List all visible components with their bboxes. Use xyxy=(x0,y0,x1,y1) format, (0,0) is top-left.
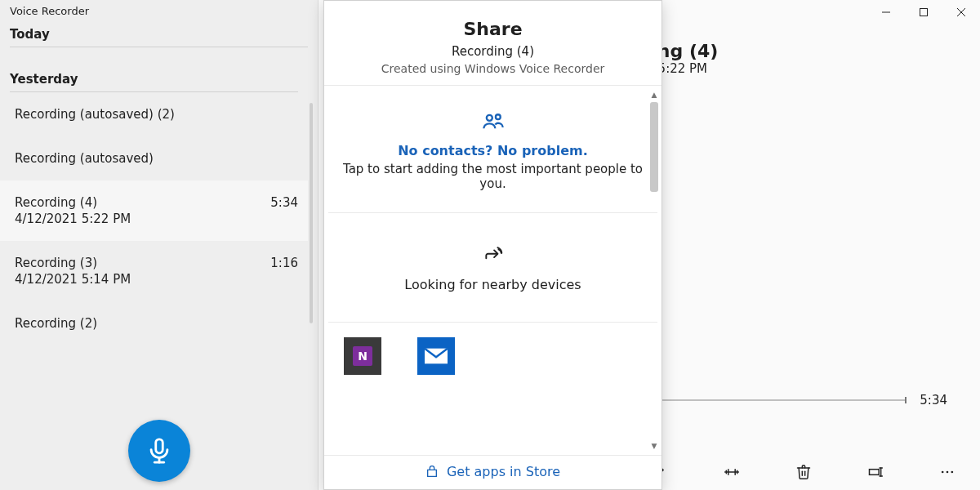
share-heading: Share xyxy=(341,19,645,39)
close-button[interactable] xyxy=(942,0,980,24)
svg-rect-1 xyxy=(920,9,928,16)
maximize-icon xyxy=(920,8,928,16)
maximize-button[interactable] xyxy=(905,0,942,24)
nearby-share-icon xyxy=(483,246,504,267)
recording-date: 4/12/2021 5:22 PM xyxy=(15,212,131,226)
sidebar: Voice Recorder Today Yesterday Recording… xyxy=(0,0,318,490)
svg-rect-4 xyxy=(155,439,163,453)
recording-title: Recording (2) xyxy=(15,316,97,331)
mail-icon xyxy=(425,348,448,364)
recording-item[interactable]: Recording (2) xyxy=(0,301,308,345)
svg-point-21 xyxy=(486,115,492,121)
people-icon xyxy=(482,110,505,133)
recording-title: Recording (4) xyxy=(15,195,131,210)
add-contacts-section[interactable]: No contacts? No problem. Tap to start ad… xyxy=(328,86,657,213)
svg-rect-14 xyxy=(870,470,880,475)
share-file-name: Recording (4) xyxy=(341,44,645,59)
recording-title: Recording (autosaved) xyxy=(15,151,154,166)
recording-title: Recording (3) xyxy=(15,256,131,270)
recording-item[interactable]: Recording (autosaved) (2) xyxy=(0,92,308,136)
trim-button[interactable] xyxy=(720,461,743,483)
microphone-icon xyxy=(145,437,173,465)
share-header: Share Recording (4) Created using Window… xyxy=(324,1,662,86)
svg-point-22 xyxy=(495,114,500,119)
onenote-icon: N xyxy=(353,346,372,366)
group-header-yesterday[interactable]: Yesterday xyxy=(10,65,298,92)
recording-item[interactable]: Recording (3) 4/12/2021 5:14 PM 1:16 xyxy=(0,241,308,301)
share-target-apps: N xyxy=(324,323,662,390)
share-app-onenote[interactable]: N xyxy=(344,337,381,375)
recording-duration: 5:34 xyxy=(265,195,298,210)
trash-icon xyxy=(795,464,812,480)
recording-item[interactable]: Recording (autosaved) xyxy=(0,136,308,180)
recording-duration: 1:16 xyxy=(265,256,298,270)
nearby-label: Looking for nearby devices xyxy=(335,277,651,292)
scroll-up-arrow[interactable]: ▲ xyxy=(650,91,658,99)
record-button[interactable] xyxy=(128,420,190,482)
share-app-mail[interactable] xyxy=(417,337,455,375)
store-link-text: Get apps in Store xyxy=(447,464,560,479)
trim-icon xyxy=(724,464,740,480)
rename-button[interactable] xyxy=(864,461,887,483)
window-controls xyxy=(867,0,980,24)
scroll-thumb[interactable] xyxy=(650,102,658,192)
app-title: Voice Recorder xyxy=(0,0,318,20)
more-button[interactable] xyxy=(936,461,959,483)
svg-point-18 xyxy=(942,471,944,474)
no-contacts-link[interactable]: No contacts? No problem. xyxy=(335,143,651,158)
svg-point-19 xyxy=(947,471,949,474)
get-apps-in-store[interactable]: Get apps in Store xyxy=(324,455,662,489)
recording-item-selected[interactable]: Recording (4) 4/12/2021 5:22 PM 5:34 xyxy=(0,180,308,241)
minimize-icon xyxy=(882,8,890,16)
share-body: ▲ ▼ No contacts? No problem. Tap to star… xyxy=(324,86,662,455)
share-created-line: Created using Windows Voice Recorder xyxy=(341,62,645,75)
close-icon xyxy=(957,8,965,16)
recording-title: Recording (autosaved) (2) xyxy=(15,107,175,122)
minimize-button[interactable] xyxy=(867,0,905,24)
total-time: 5:34 xyxy=(920,393,947,408)
recording-date: 4/12/2021 5:14 PM xyxy=(15,272,131,287)
share-panel: Share Recording (4) Created using Window… xyxy=(323,0,662,490)
group-header-today[interactable]: Today xyxy=(10,20,308,47)
svg-point-20 xyxy=(951,471,954,474)
nearby-sharing-section[interactable]: Looking for nearby devices xyxy=(328,213,657,323)
store-icon xyxy=(425,466,439,479)
more-icon xyxy=(939,464,956,480)
no-contacts-desc: Tap to start adding the most important p… xyxy=(335,162,651,191)
scroll-down-arrow[interactable]: ▼ xyxy=(650,442,658,450)
sidebar-scrollbar[interactable] xyxy=(310,103,313,323)
share-scrollbar[interactable]: ▲ ▼ xyxy=(650,91,658,450)
rename-icon xyxy=(867,464,884,480)
delete-button[interactable] xyxy=(792,461,815,483)
